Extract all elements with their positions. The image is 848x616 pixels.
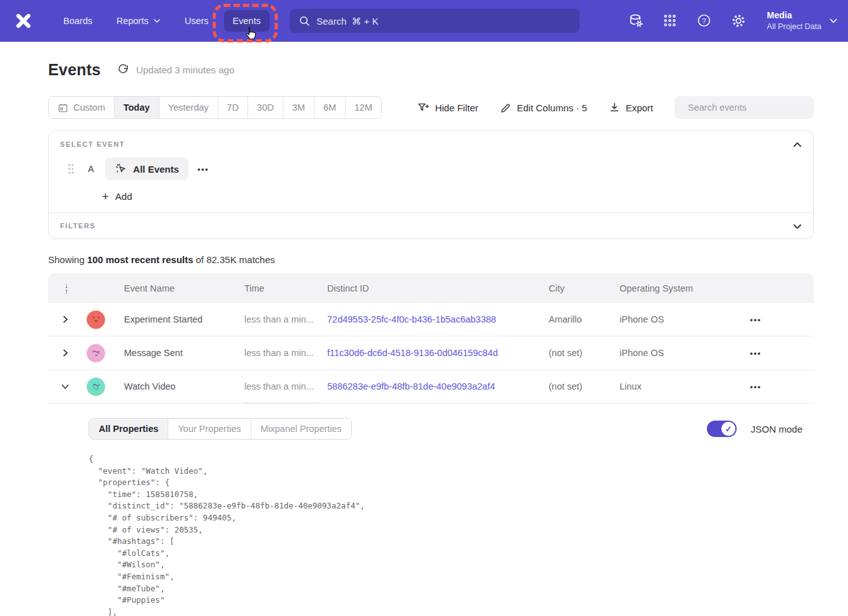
chevron-down-icon <box>60 381 70 391</box>
expand-row-button[interactable] <box>48 348 82 358</box>
date-range-3m[interactable]: 3M <box>283 97 314 118</box>
event-more-options-button[interactable]: ••• <box>197 164 209 174</box>
table-row[interactable]: Message Sent less than a min... f11c30d6… <box>48 336 814 370</box>
cell-time: less than a min... <box>239 314 322 324</box>
column-divider <box>243 403 318 403</box>
add-label: Add <box>115 191 132 202</box>
help-button[interactable]: ? <box>696 13 713 29</box>
step-letter: A <box>88 164 94 174</box>
pencil-icon <box>500 102 511 113</box>
tab-mixpanel-properties[interactable]: Mixpanel Properties <box>251 419 351 439</box>
mixpanel-logo-icon[interactable] <box>14 11 33 30</box>
row-actions-button[interactable]: ••• <box>750 315 761 324</box>
drag-handle-icon[interactable] <box>66 163 75 175</box>
cell-city: Amarillo <box>544 314 614 324</box>
edit-columns-label: Edit Columns · 5 <box>517 102 587 113</box>
nav-item-users[interactable]: Users <box>176 10 218 32</box>
hide-filter-label: Hide Filter <box>435 102 478 113</box>
nav-item-boards[interactable]: Boards <box>54 10 101 32</box>
cell-distinct-id[interactable]: 5886283e-e9fb-48fb-81de-40e9093a2af4 <box>322 381 544 391</box>
apps-grid-button[interactable] <box>662 13 678 29</box>
column-city[interactable]: City <box>544 283 614 293</box>
collapse-row-button[interactable] <box>48 381 82 391</box>
nav-item-reports[interactable]: Reports <box>108 10 170 32</box>
svg-text:?: ? <box>702 17 706 25</box>
expand-row-button[interactable] <box>48 314 82 324</box>
events-search[interactable] <box>675 96 814 119</box>
tab-your-properties[interactable]: Your Properties <box>168 419 250 439</box>
summary-prefix: Showing <box>48 254 87 265</box>
row-actions-button[interactable]: ••• <box>750 348 761 358</box>
project-switcher[interactable]: Media All Project Data <box>767 9 838 32</box>
hide-filter-button[interactable]: Hide Filter <box>417 102 478 114</box>
filter-icon <box>417 102 429 114</box>
table-row[interactable]: Experiment Started less than a min... 72… <box>48 303 814 336</box>
column-distinct-id[interactable]: Distinct ID <box>322 283 544 293</box>
json-mode-label: JSON mode <box>751 424 802 434</box>
edit-columns-button[interactable]: Edit Columns · 5 <box>500 102 587 113</box>
check-icon: ✓ <box>721 422 735 436</box>
cell-distinct-id[interactable]: f11c30d6-dc6d-4518-9136-0d046159c84d <box>322 348 544 358</box>
database-gear-icon <box>628 13 644 28</box>
date-range-label: Yesterday <box>168 102 209 113</box>
table-header: ↓ ↑ Event Name Time Distinct ID City Ope… <box>48 273 814 303</box>
date-range-label: 3M <box>292 102 305 113</box>
date-range-6m[interactable]: 6M <box>314 97 345 118</box>
row-actions-button[interactable]: ••• <box>750 382 761 391</box>
date-range-custom[interactable]: Custom <box>49 97 114 118</box>
event-selector-chip[interactable]: All Events <box>105 157 189 180</box>
select-event-label: SELECT EVENT <box>60 140 802 148</box>
date-range-today[interactable]: Today <box>114 97 159 118</box>
settings-button[interactable] <box>730 13 747 29</box>
search-icon <box>299 15 310 27</box>
results-summary: Showing 100 most recent results of 82.35… <box>48 254 814 265</box>
grid-dots-icon <box>663 13 677 28</box>
plus-icon: + <box>102 190 109 202</box>
nav-label: Boards <box>63 16 92 26</box>
add-event-button[interactable]: + Add <box>102 190 132 202</box>
events-table: ↓ ↑ Event Name Time Distinct ID City Ope… <box>48 273 814 616</box>
chevron-up-icon[interactable] <box>792 139 803 151</box>
date-range-30d[interactable]: 30D <box>247 97 283 118</box>
sort-order-icon[interactable]: ↓ ↑ <box>48 283 82 294</box>
column-event-name[interactable]: Event Name <box>119 283 239 293</box>
event-chip-label: All Events <box>133 164 179 175</box>
nav-label: Users <box>185 16 209 26</box>
nav-label: Events <box>233 16 261 26</box>
project-name: Media <box>767 9 821 22</box>
date-range-7d[interactable]: 7D <box>218 97 248 118</box>
event-detail-panel: All Properties Your Properties Mixpanel … <box>48 403 814 616</box>
cell-time: less than a min... <box>239 381 322 391</box>
events-search-input[interactable] <box>688 102 806 113</box>
avatar-face-icon <box>90 348 102 357</box>
chevron-down-icon <box>153 17 161 25</box>
data-management-button[interactable] <box>628 13 644 29</box>
date-range-12m[interactable]: 12M <box>345 97 381 118</box>
global-search[interactable] <box>290 9 580 33</box>
global-search-input[interactable] <box>316 16 571 27</box>
chevron-right-icon <box>60 314 70 324</box>
nav-item-events[interactable]: Events <box>224 10 270 32</box>
arrow-up-icon: ↑ <box>65 288 68 294</box>
summary-count: 100 most recent results <box>87 254 194 265</box>
json-mode-toggle[interactable]: ✓ <box>707 421 737 437</box>
event-json-viewer: { "event": "Watch Video", "properties": … <box>89 453 802 616</box>
date-range-yesterday[interactable]: Yesterday <box>159 97 218 118</box>
refresh-icon[interactable] <box>117 63 130 76</box>
column-time[interactable]: Time <box>239 283 322 293</box>
top-navbar: Boards Reports Users Events <box>0 0 848 42</box>
filters-section[interactable]: FILTERS <box>49 213 813 238</box>
export-button[interactable]: Export <box>609 102 653 113</box>
tab-all-properties[interactable]: All Properties <box>89 419 168 439</box>
cell-event-name: Message Sent <box>119 348 239 358</box>
column-os[interactable]: Operating System <box>614 283 736 293</box>
chevron-down-icon[interactable] <box>792 221 803 232</box>
properties-tabs: All Properties Your Properties Mixpanel … <box>89 418 352 440</box>
table-row-expanded[interactable]: Watch Video less than a min... 5886283e-… <box>48 370 814 403</box>
filters-label: FILTERS <box>60 222 802 230</box>
avatar-face-icon <box>90 315 102 324</box>
cell-os: iPhone OS <box>614 348 736 358</box>
help-icon: ? <box>697 13 711 28</box>
cell-event-name: Experiment Started <box>119 314 239 324</box>
cell-distinct-id[interactable]: 72d49553-25fc-4f0c-b436-1b5ac6ab3388 <box>322 314 544 324</box>
